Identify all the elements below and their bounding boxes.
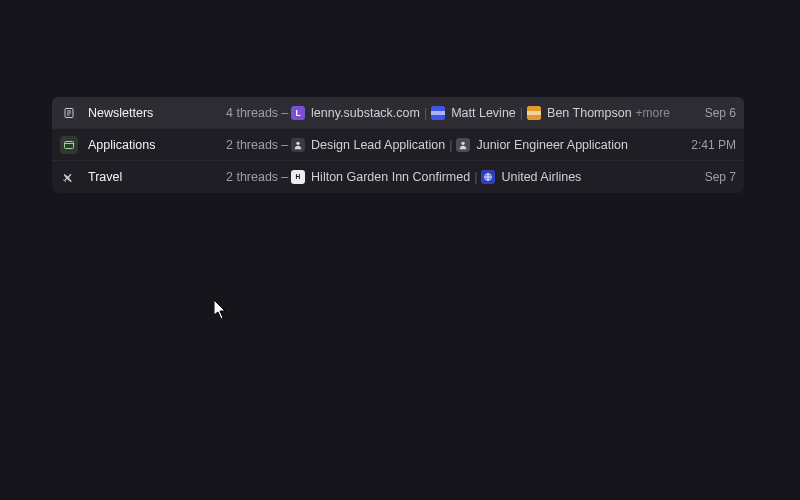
thread-chip[interactable]: |Ben Thompson [520,106,632,120]
group-items: 4 threads–Llenny.substack.com|Matt Levin… [226,106,695,120]
thread-group-row-newsletters[interactable]: Newsletters4 threads–Llenny.substack.com… [52,97,744,129]
thread-title: lenny.substack.com [311,106,420,120]
group-label: Newsletters [88,106,226,120]
applications-icon [60,136,78,154]
more-indicator[interactable]: +more [636,106,670,120]
thread-chip[interactable]: HHilton Garden Inn Confirmed [291,170,470,184]
avatar [291,138,305,152]
thread-chip[interactable]: Llenny.substack.com [291,106,420,120]
svg-rect-7 [527,111,541,115]
thread-title: Design Lead Application [311,138,445,152]
thread-chip[interactable]: |Junior Engineer Application [449,138,628,152]
svg-point-11 [462,141,465,144]
thread-group-list: Newsletters4 threads–Llenny.substack.com… [52,97,744,193]
newsletters-icon [60,104,78,122]
timestamp: 2:41 PM [681,138,736,152]
timestamp: Sep 6 [695,106,736,120]
thread-title: Hilton Garden Inn Confirmed [311,170,470,184]
dash-separator: – [281,106,288,120]
group-label: Applications [88,138,226,152]
thread-title: Junior Engineer Application [476,138,628,152]
thread-chip[interactable]: |Matt Levine [424,106,516,120]
chip-separator: | [520,106,523,120]
thread-chip[interactable]: Design Lead Application [291,138,445,152]
thread-chip[interactable]: |United Airlines [474,170,581,184]
threads-count: 2 threads [226,170,278,184]
group-label: Travel [88,170,226,184]
avatar [431,106,445,120]
thread-group-row-applications[interactable]: Applications2 threads–Design Lead Applic… [52,129,744,161]
thread-title: Ben Thompson [547,106,632,120]
thread-title: Matt Levine [451,106,516,120]
svg-rect-8 [65,141,74,148]
svg-point-10 [296,141,299,144]
threads-count: 4 threads [226,106,278,120]
threads-count: 2 threads [226,138,278,152]
chip-separator: | [474,170,477,184]
avatar [527,106,541,120]
svg-text:H: H [296,173,301,180]
cursor-icon [214,300,228,320]
avatar: H [291,170,305,184]
chip-separator: | [424,106,427,120]
dash-separator: – [281,170,288,184]
svg-rect-5 [431,111,445,115]
avatar: L [291,106,305,120]
avatar [481,170,495,184]
thread-title: United Airlines [501,170,581,184]
avatar [456,138,470,152]
group-items: 2 threads–HHilton Garden Inn Confirmed|U… [226,170,695,184]
timestamp: Sep 7 [695,170,736,184]
chip-separator: | [449,138,452,152]
thread-group-row-travel[interactable]: Travel2 threads–HHilton Garden Inn Confi… [52,161,744,193]
dash-separator: – [281,138,288,152]
travel-icon [60,168,78,186]
group-items: 2 threads–Design Lead Application|Junior… [226,138,681,152]
